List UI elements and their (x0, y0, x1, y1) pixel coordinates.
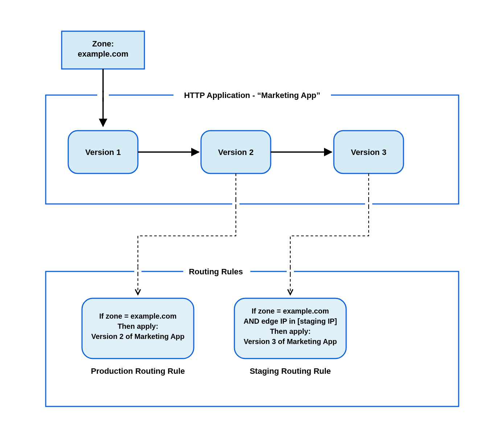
diagram-canvas: Zone: example.com HTTP Application - “Ma… (0, 0, 504, 442)
stage-rule-line1: If zone = example.com (252, 307, 329, 315)
app-frame-title: HTTP Application - “Marketing App” (184, 91, 320, 100)
version-1-box: Version 1 (68, 131, 138, 173)
version-1-label: Version 1 (85, 148, 121, 157)
stage-rule-line3: Then apply: (270, 327, 311, 335)
version-2-box: Version 2 (201, 131, 271, 173)
dashed-v3-to-stage (290, 173, 369, 294)
version-2-label: Version 2 (218, 148, 254, 157)
staging-rule-box: If zone = example.com AND edge IP in [st… (234, 298, 346, 359)
prod-rule-line2: Then apply: (118, 322, 158, 330)
stage-rule-line2: AND edge IP in [staging IP] (243, 317, 337, 325)
zone-box: Zone: example.com (62, 31, 144, 69)
prod-rule-line3: Version 2 of Marketing App (91, 332, 184, 340)
version-3-box: Version 3 (334, 131, 403, 173)
rules-frame-title: Routing Rules (189, 267, 243, 276)
version-3-label: Version 3 (351, 148, 386, 157)
stage-rule-caption: Staging Routing Rule (250, 367, 331, 376)
prod-rule-line1: If zone = example.com (99, 312, 177, 320)
prod-rule-caption: Production Routing Rule (91, 367, 185, 376)
production-rule-box: If zone = example.com Then apply: Versio… (82, 298, 194, 359)
zone-label-line2: example.com (78, 49, 128, 58)
zone-label-line1: Zone: (92, 39, 114, 48)
stage-rule-line4: Version 3 of Marketing App (243, 337, 337, 345)
